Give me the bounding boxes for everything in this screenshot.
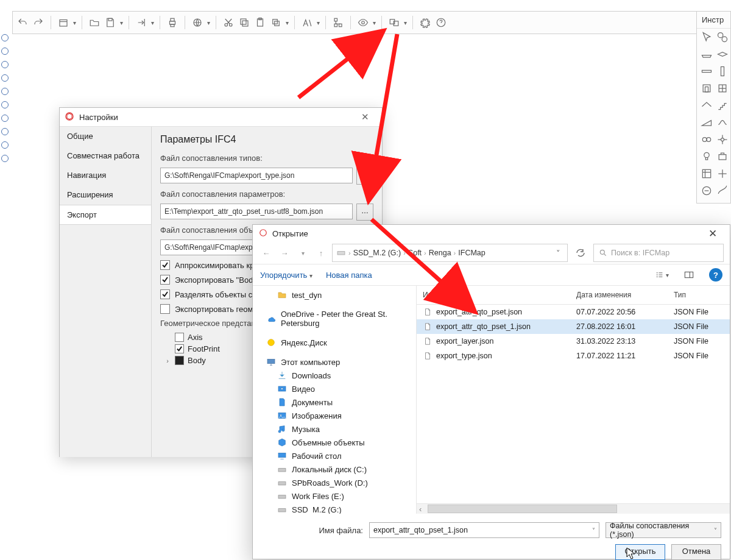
nav-downloads[interactable]: Downloads — [253, 369, 416, 382]
breadcrumb[interactable]: › SSD_M.2 (G:)› Soft› Renga› IFCMap ˅ — [332, 244, 568, 262]
outline-dot[interactable] — [1, 48, 9, 55]
outline-dot[interactable] — [1, 155, 9, 162]
file-row[interactable]: export_type.json17.07.2022 11:21JSON Fil… — [417, 349, 730, 363]
export-dropdown-icon[interactable]: ▾ — [150, 19, 155, 26]
settings-cat-general[interactable]: Общие — [60, 127, 151, 146]
file-hscroll[interactable]: ‹ — [417, 503, 730, 514]
outline-dot[interactable] — [1, 141, 9, 149]
organize-button[interactable]: Упорядочить ▾ — [260, 271, 313, 280]
wall-icon[interactable] — [701, 48, 713, 60]
params-map-input[interactable]: E:\Temp\export_attr_qto_pset_rus-utf8_bo… — [160, 204, 353, 219]
file-row[interactable]: export_attr_qto_pset_1.json27.08.2022 16… — [417, 319, 730, 334]
settings-close-icon[interactable]: ✕ — [353, 112, 377, 122]
filename-input[interactable]: export_attr_qto_pset_1.json˅ — [369, 522, 599, 538]
nav-folder[interactable]: test_dyn — [253, 288, 416, 302]
project-icon[interactable] — [56, 15, 71, 30]
scroll-thumb[interactable] — [428, 505, 616, 513]
pipe-icon[interactable] — [716, 116, 729, 129]
nav-yadisk[interactable]: Яндекс.Диск — [253, 336, 416, 349]
measure-icon[interactable] — [716, 31, 729, 43]
file-list-header[interactable]: Имя ˄ Дата изменения Тип — [417, 286, 730, 305]
types-map-input[interactable]: G:\Soft\Renga\IFCmap\export_type.json — [160, 168, 353, 183]
settings-icon[interactable] — [418, 15, 433, 30]
col-type[interactable]: Тип — [668, 286, 730, 304]
fod-close-icon[interactable]: ✕ — [702, 227, 724, 240]
crumb-3[interactable]: IFCMap — [458, 249, 485, 257]
preview-pane-icon[interactable] — [682, 268, 696, 282]
settings-cat-nav[interactable]: Навигация — [60, 166, 151, 185]
fod-titlebar[interactable]: Открытие ✕ — [253, 225, 730, 242]
help-icon[interactable] — [434, 15, 448, 30]
crumb-1[interactable]: Soft — [408, 249, 422, 257]
nav-drive-e[interactable]: Work Files (E:) — [253, 489, 416, 503]
fod-help-icon[interactable]: ? — [709, 268, 722, 282]
copy-icon[interactable] — [237, 15, 252, 30]
section-icon[interactable] — [716, 168, 729, 180]
outline-dot[interactable] — [1, 74, 9, 82]
outline-dot[interactable] — [1, 115, 9, 122]
style-dropdown-icon[interactable]: ▾ — [316, 19, 320, 26]
settings-cat-export[interactable]: Экспорт — [60, 205, 151, 225]
globe-icon[interactable] — [190, 15, 205, 30]
nav-documents[interactable]: Документы — [253, 395, 416, 409]
crumb-dropdown-icon[interactable]: ˅ — [553, 249, 563, 258]
file-row[interactable]: export_attr_qto_pset.json07.07.2022 20:5… — [417, 305, 730, 319]
nav-drive-g[interactable]: SSD_M.2 (G:) — [253, 503, 416, 514]
outline-dot[interactable] — [1, 61, 9, 68]
open-button[interactable]: Открыть — [615, 544, 665, 560]
nav-up-icon[interactable]: ↑ — [314, 246, 328, 260]
duplicate-dropdown-icon[interactable]: ▾ — [284, 19, 289, 26]
view-mode-icon[interactable]: ▾ — [655, 268, 669, 282]
beam-icon[interactable] — [701, 65, 713, 77]
file-row[interactable]: export_layer.json31.03.2022 23:13JSON Fi… — [417, 334, 730, 349]
nav-images[interactable]: Изображения — [253, 409, 416, 422]
print-icon[interactable] — [165, 15, 180, 30]
settings-titlebar[interactable]: Настройки ✕ — [60, 108, 382, 127]
fod-search-input[interactable]: Поиск в: IFCMap — [593, 244, 724, 262]
crumb-2[interactable]: Renga — [429, 249, 451, 257]
settings-cat-collab[interactable]: Совместная работа — [60, 146, 151, 166]
nav-refresh-icon[interactable] — [571, 244, 590, 262]
nav-forward-icon[interactable]: → — [277, 246, 292, 260]
redo-icon[interactable] — [31, 15, 46, 30]
nav-3dobjects[interactable]: Объемные объекты — [253, 436, 416, 449]
windows-dropdown-icon[interactable]: ▾ — [403, 19, 408, 26]
visibility-icon[interactable] — [356, 15, 370, 30]
ramp-icon[interactable] — [701, 116, 713, 129]
open-icon[interactable] — [87, 15, 102, 30]
col-name[interactable]: Имя — [423, 291, 437, 299]
column-icon[interactable] — [716, 65, 729, 77]
settings-cat-ext[interactable]: Расширения — [60, 185, 151, 205]
globe-dropdown-icon[interactable]: ▾ — [206, 19, 211, 26]
window-icon[interactable] — [716, 82, 729, 94]
cut-icon[interactable] — [221, 15, 236, 30]
schedule-icon[interactable] — [701, 168, 713, 180]
project-dropdown-icon[interactable]: ▾ — [72, 19, 77, 26]
outline-dot[interactable] — [1, 101, 9, 108]
params-map-browse-button[interactable]: … — [356, 204, 373, 221]
dimension-icon[interactable] — [701, 185, 713, 197]
nav-recent-dropdown-icon[interactable]: ▾ — [295, 246, 310, 260]
crumb-0[interactable]: SSD_M.2 (G:) — [353, 249, 401, 257]
nav-videos[interactable]: Видео — [253, 382, 416, 395]
undo-icon[interactable] — [15, 15, 30, 30]
save-icon[interactable] — [103, 15, 118, 30]
visibility-dropdown-icon[interactable]: ▾ — [372, 19, 376, 26]
types-map-browse-button[interactable]: … — [356, 168, 373, 185]
structure-icon[interactable] — [331, 15, 345, 30]
duplicate-icon[interactable] — [269, 15, 283, 30]
save-dropdown-icon[interactable]: ▾ — [119, 19, 124, 26]
nav-drive-c[interactable]: Локальный диск (C:) — [253, 463, 416, 476]
outline-dot[interactable] — [1, 88, 9, 95]
duct-icon[interactable] — [701, 133, 713, 146]
circuit-icon[interactable] — [716, 133, 729, 146]
opening-icon[interactable] — [701, 82, 713, 94]
col-date[interactable]: Дата изменения — [570, 286, 668, 304]
stair-icon[interactable] — [716, 99, 729, 112]
outline-dot[interactable] — [1, 128, 9, 135]
new-folder-button[interactable]: Новая папка — [326, 271, 372, 280]
export-icon[interactable] — [134, 15, 149, 30]
slab-icon[interactable] — [716, 48, 729, 60]
roof-icon[interactable] — [701, 99, 713, 112]
nav-thispc[interactable]: Этот компьютер — [253, 355, 416, 369]
